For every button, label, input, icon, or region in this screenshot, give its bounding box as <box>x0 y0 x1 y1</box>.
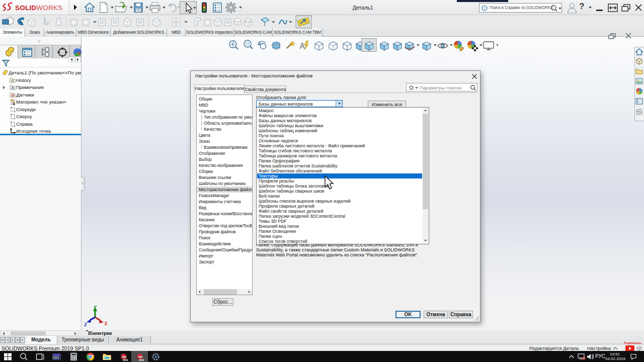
svg-text:Y: Y <box>94 305 97 310</box>
svg-text:A: A <box>11 86 14 89</box>
svg-text:2019: 2019 <box>123 359 128 361</box>
svg-text:SW: SW <box>122 355 127 358</box>
svg-text:A: A <box>299 42 305 50</box>
svg-text:SOLIDWORKS: SOLIDWORKS <box>15 4 62 12</box>
svg-text:?: ? <box>484 6 486 11</box>
svg-text:Z: Z <box>84 322 87 327</box>
svg-text:2019: 2019 <box>139 359 144 361</box>
svg-text:X: X <box>104 321 108 326</box>
svg-text:SW: SW <box>138 355 143 358</box>
